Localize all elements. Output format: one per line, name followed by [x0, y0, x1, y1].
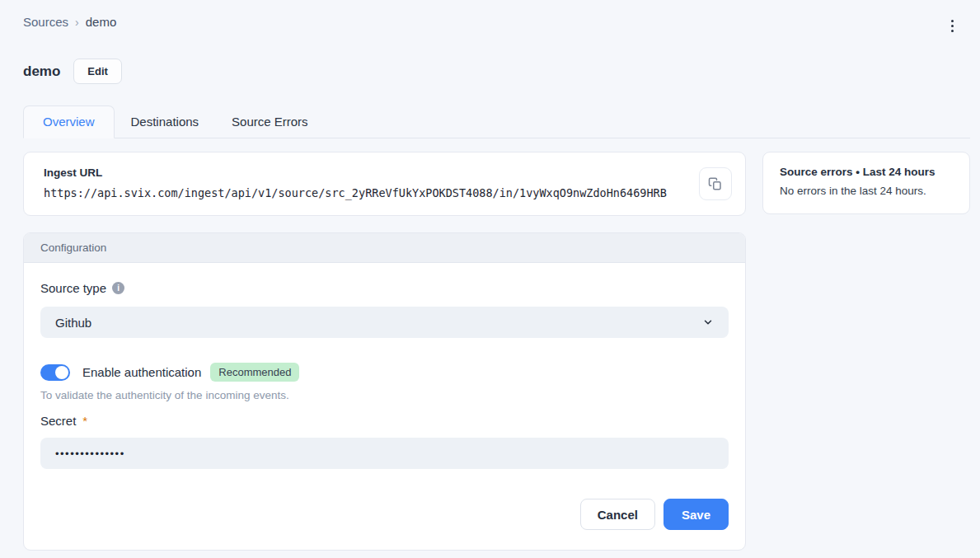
breadcrumb: Sources › demo [23, 15, 116, 29]
ingest-url-value: https://api.svix.com/ingest/api/v1/sourc… [44, 186, 725, 199]
source-type-selected-value: Github [55, 316, 91, 330]
title-row: demo Edit [23, 59, 970, 84]
enable-authentication-row: Enable authentication Recommended [40, 363, 729, 382]
breadcrumb-separator-icon: › [75, 16, 79, 29]
configuration-card: Configuration Source type i Github [23, 232, 746, 551]
source-type-label: Source type [40, 281, 106, 295]
copy-url-button[interactable] [699, 167, 732, 200]
right-column: Source errors • Last 24 hours No errors … [762, 152, 970, 214]
authentication-helper-text: To validate the authenticity of the inco… [40, 389, 729, 401]
kebab-menu-icon[interactable] [943, 15, 962, 37]
info-icon[interactable]: i [112, 282, 124, 294]
configuration-body: Source type i Github [24, 263, 745, 550]
save-button[interactable]: Save [663, 499, 729, 530]
cancel-button[interactable]: Cancel [580, 499, 655, 530]
edit-button[interactable]: Edit [73, 59, 122, 84]
secret-label: Secret [40, 414, 76, 428]
secret-input[interactable]: •••••••••••••• [40, 438, 729, 469]
source-errors-body: No errors in the last 24 hours. [780, 185, 953, 197]
chevron-down-icon [702, 317, 714, 328]
tab-bar: Overview Destinations Source Errors [23, 106, 970, 138]
ingest-url-label: Ingest URL [44, 166, 725, 179]
page: Sources › demo demo Edit Overview Destin… [0, 0, 980, 551]
form-actions: Cancel Save [40, 499, 729, 530]
top-bar: Sources › demo [23, 15, 970, 37]
enable-authentication-toggle[interactable] [40, 364, 70, 381]
ingest-url-card: Ingest URL https://api.svix.com/ingest/a… [23, 152, 746, 216]
source-errors-title: Source errors • Last 24 hours [780, 166, 953, 178]
left-column: Ingest URL https://api.svix.com/ingest/a… [23, 152, 746, 551]
secret-label-row: Secret* [40, 414, 729, 428]
main-content: Ingest URL https://api.svix.com/ingest/a… [23, 152, 970, 551]
toggle-knob [55, 366, 68, 379]
tab-overview[interactable]: Overview [23, 106, 115, 138]
recommended-badge: Recommended [210, 363, 299, 382]
breadcrumb-current: demo [86, 15, 117, 29]
configuration-header: Configuration [24, 233, 745, 263]
enable-authentication-label: Enable authentication [82, 365, 201, 379]
page-title: demo [23, 63, 60, 80]
source-errors-card: Source errors • Last 24 hours No errors … [762, 152, 970, 214]
tab-destinations[interactable]: Destinations [115, 106, 216, 138]
copy-icon [708, 176, 723, 191]
required-marker: * [82, 414, 87, 428]
tab-source-errors[interactable]: Source Errors [215, 106, 325, 138]
source-type-select[interactable]: Github [40, 307, 729, 338]
source-type-label-row: Source type i [40, 281, 729, 295]
breadcrumb-sources-link[interactable]: Sources [23, 15, 68, 29]
